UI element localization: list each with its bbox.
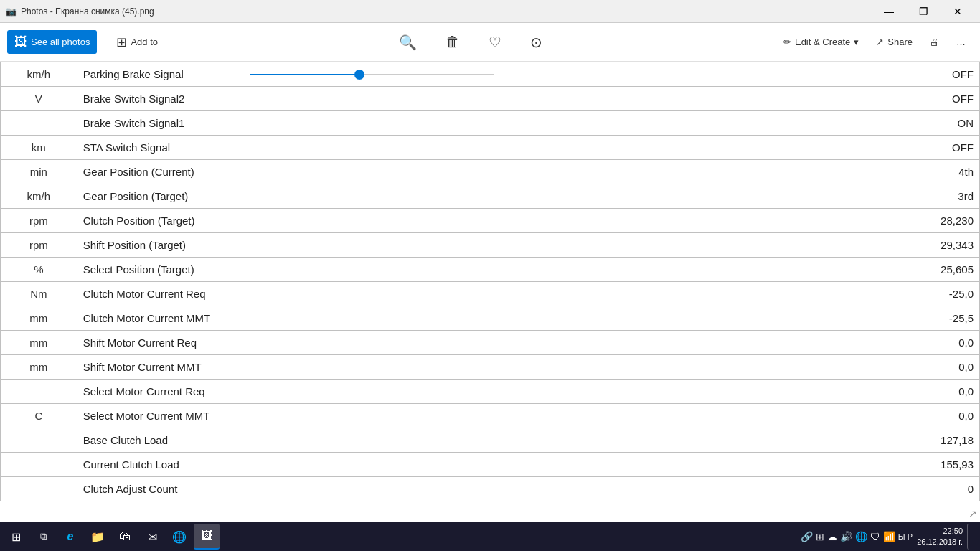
taskbar: ⊞ ⧉ e 📁 🛍 ✉ 🌐 🖼 🔗 ⊞ ☁ 🔊 🌐 🛡 📶 БГР 22:50 [0,522,980,551]
chrome-button[interactable]: 🌐 [166,524,192,550]
task-view-button[interactable]: ⧉ [30,524,56,550]
window-title: Photos - Екранна снимка (45).png [21,6,154,17]
table-row: Current Clutch Load155,93 [1,453,980,477]
volume-icon: 🔊 [840,531,852,542]
unit-cell [1,477,77,501]
zoom-button[interactable]: 🔍 [392,29,424,55]
name-cell: Gear Position (Target) [77,184,880,209]
slideshow-icon: ⊙ [530,34,542,51]
name-cell: Base Clutch Load [77,428,880,453]
lang-indicator: БГР [898,532,913,541]
taskbar-apps-icon: ⊞ [816,531,824,542]
photos-taskbar-button[interactable]: 🖼 [194,524,220,550]
mail-button[interactable]: ✉ [139,524,165,550]
name-cell: STA Switch Signal [77,136,880,160]
table-row: Base Clutch Load127,18 [1,428,980,453]
start-button[interactable]: ⊞ [3,524,29,550]
table-row: minGear Position (Current)4th [1,160,980,184]
share-icon: ↗ [876,37,884,47]
value-cell: OFF [880,62,980,87]
unit-cell: km/h [1,184,77,209]
task-view-icon: ⧉ [40,531,47,542]
windows-icon: ⊞ [11,530,21,544]
table-row: mmShift Motor Current MMT0,0 [1,355,980,380]
title-bar-left: 📷 Photos - Екранна снимка (45).png [6,6,154,17]
name-cell: Clutch Motor Current Req [77,282,880,306]
value-cell: 3rd [880,184,980,209]
photos-icon: 🖼 [14,34,27,50]
unit-cell: Nm [1,282,77,306]
unit-cell: km [1,136,77,160]
table-row: %Select Position (Target)25,605 [1,258,980,282]
unit-cell: rpm [1,233,77,258]
table-row: mmShift Motor Current Req0,0 [1,331,980,355]
taskbar-clock: 22:50 26.12.2018 г. [917,526,963,548]
network-icon: 🔗 [801,531,813,542]
name-cell: Shift Motor Current Req [77,331,880,355]
print-button[interactable]: 🖨 [923,32,946,52]
value-cell: OFF [880,136,980,160]
table-row: Brake Switch Signal1ON [1,111,980,136]
name-cell: Gear Position (Current) [77,160,880,184]
unit-cell: mm [1,331,77,355]
more-button[interactable]: … [949,32,973,52]
value-cell: -25,0 [880,282,980,306]
explorer-button[interactable]: 📁 [85,524,110,550]
chrome-icon: 🌐 [172,530,187,544]
name-cell: Clutch Position (Target) [77,209,880,233]
table-row: rpmShift Position (Target)29,343 [1,233,980,258]
unit-cell: V [1,87,77,111]
table-row: Clutch Adjust Count0 [1,477,980,501]
value-cell: 0,0 [880,404,980,428]
value-cell: -25,5 [880,306,980,331]
value-cell: 127,18 [880,428,980,453]
table-row: NmClutch Motor Current Req-25,0 [1,282,980,306]
unit-cell: mm [1,355,77,380]
close-button[interactable]: ✕ [941,0,974,23]
resize-handle[interactable]: ↗ [969,508,977,519]
system-icons: 🔗 ⊞ ☁ 🔊 🌐 🛡 📶 БГР [801,531,913,542]
unit-cell: % [1,258,77,282]
store-icon: 🛍 [119,530,131,543]
unit-cell: min [1,160,77,184]
name-cell: Clutch Adjust Count [77,477,880,501]
title-bar: 📷 Photos - Екранна снимка (45).png — ❐ ✕ [0,0,980,23]
show-desktop-button[interactable] [967,524,973,550]
unit-cell: rpm [1,209,77,233]
table-row: km/hParking Brake SignalOFF [1,62,980,87]
table-row: rpmClutch Position (Target)28,230 [1,209,980,233]
edit-chevron-icon: ▾ [854,37,859,47]
table-row: mmClutch Motor Current MMT-25,5 [1,306,980,331]
clock-time: 22:50 [917,526,963,537]
table-row: CSelect Motor Current MMT0,0 [1,404,980,428]
wifi-icon: 📶 [883,531,895,542]
see-all-photos-button[interactable]: 🖼 See all photos [7,30,97,54]
edge-button[interactable]: e [57,524,83,550]
name-cell: Clutch Motor Current MMT [77,306,880,331]
value-cell: 28,230 [880,209,980,233]
name-cell: Brake Switch Signal1 [77,111,880,136]
store-button[interactable]: 🛍 [112,524,138,550]
minimize-button[interactable]: — [872,0,905,23]
title-bar-controls: — ❐ ✕ [872,0,974,23]
unit-cell [1,428,77,453]
share-button[interactable]: ↗ Share [869,32,920,52]
delete-icon: 🗑 [446,34,460,50]
globe-icon: 🌐 [855,531,867,542]
slideshow-button[interactable]: ⊙ [523,29,550,55]
toolbar: 🖼 See all photos ⊞ Add to 🔍 🗑 ♡ ⊙ ✏ Edit… [0,23,980,62]
add-to-button[interactable]: ⊞ Add to [109,30,165,55]
value-cell: 0,0 [880,380,980,404]
favorite-button[interactable]: ♡ [481,29,509,55]
maximize-button[interactable]: ❐ [907,0,940,23]
delete-button[interactable]: 🗑 [438,29,467,55]
mail-icon: ✉ [148,530,157,544]
value-cell: 0 [880,477,980,501]
edge-icon: e [67,530,74,543]
table-row: Select Motor Current Req0,0 [1,380,980,404]
edit-create-button[interactable]: ✏ Edit & Create ▾ [776,32,866,52]
edit-icon: ✏ [783,37,791,47]
table-row: kmSTA Switch SignalOFF [1,136,980,160]
value-cell: 0,0 [880,355,980,380]
unit-cell [1,453,77,477]
